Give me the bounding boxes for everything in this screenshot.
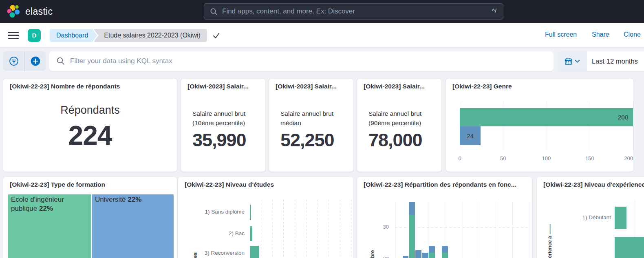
y-axis-title: érience à —— (547, 224, 553, 258)
gridline (317, 200, 318, 258)
menu-button[interactable] (8, 30, 20, 41)
add-filter-button[interactable] (24, 51, 46, 71)
panel-niveau-etudes: [Okiwi-22-23] Niveau d'études 1) Sans di… (178, 177, 353, 258)
elastic-logo[interactable]: elastic (7, 4, 53, 19)
gridline (306, 200, 307, 258)
filter-icon (9, 56, 19, 66)
treemap-label: Ecole d'ingénieur publique 22% (8, 194, 91, 214)
panel-title[interactable]: [Okiwi-2023] Salair... (364, 82, 436, 90)
action-share[interactable]: Share (592, 31, 609, 38)
repartition-bar-chart: 3020bre (357, 177, 532, 258)
gridline (496, 201, 496, 258)
bar[interactable] (250, 205, 251, 220)
category-label: 2) Bac (178, 230, 245, 236)
panel-repartition-repondants: [Okiwi-22-23] Répartition des répondants… (357, 177, 532, 258)
gridline (272, 200, 273, 258)
bar-segment[interactable] (422, 253, 428, 258)
metric-label: Salaire annuel brut (90ème percentile) (368, 109, 422, 128)
metric: Salaire annuel brut (10ème percentile) 3… (192, 109, 246, 151)
genre-bar-chart: 05010015020020024 (446, 79, 633, 172)
etudes-bar-chart: 1) Sans diplôme2) Bac3) Reconversiones (178, 177, 353, 258)
gridline (351, 200, 351, 258)
gridline (633, 102, 633, 151)
panel-niveau-experience: [Okiwi-22-23] Niveau d'expérience 1) Déb… (537, 177, 644, 258)
metric-value: 78,000 (368, 130, 422, 151)
filter-button-group (3, 51, 46, 71)
date-picker-toggle[interactable] (558, 51, 587, 71)
treemap-cell[interactable]: Ecole d'ingénieur publique 22% (8, 194, 91, 258)
bar-segment[interactable] (409, 215, 415, 258)
metric: Répondants 224 (3, 104, 177, 151)
bar-segment[interactable] (429, 253, 435, 258)
y-tick-label: 20 (375, 256, 389, 258)
chevron-down-icon (575, 60, 580, 63)
gridline (261, 200, 261, 258)
time-range-label[interactable]: Last 12 months (587, 51, 638, 71)
x-tick-label: 150 (581, 155, 599, 161)
panel-genre: [Okiwi-22-23] Genre 05010015020020024 (446, 79, 633, 172)
panel-title[interactable]: [Okiwi-2023] Salair... (187, 82, 260, 90)
global-search-input[interactable] (222, 4, 475, 19)
date-picker[interactable]: Last 12 months (558, 51, 644, 71)
screen: elastic ^/ D Dashboard Etude salaires 20… (0, 0, 644, 258)
calendar-icon (565, 57, 572, 65)
x-tick-label: 100 (538, 155, 556, 161)
bar[interactable] (615, 237, 644, 258)
bar-segment[interactable] (403, 256, 408, 258)
brand-text: elastic (25, 6, 53, 17)
metric-value: 35,990 (192, 130, 246, 151)
metric-label: Salaire annuel brut médian (280, 109, 334, 128)
treemap-label: Université 22% (92, 194, 174, 205)
panel-type-de-formation: [Okiwi-22-23] Type de formation Ecole d'… (3, 177, 177, 258)
category-label: 1) Sans diplôme (178, 209, 245, 215)
bar[interactable]: 200 (460, 108, 633, 126)
metric-label: Salaire annuel brut (10ème percentile) (192, 109, 246, 128)
bar-segment[interactable] (409, 202, 415, 215)
search-shortcut-hint: ^/ (492, 7, 496, 14)
breadcrumb-item-dashboard[interactable]: Dashboard (50, 29, 97, 42)
formation-treemap: Ecole d'ingénieur publique 22%Université… (3, 177, 177, 258)
metric-value: 224 (3, 120, 177, 151)
global-search: ^/ (204, 3, 503, 20)
panel-salaire-90e-percentile: [Okiwi-2023] Salair... Salaire annuel br… (357, 79, 441, 172)
y-axis-title: bre (370, 250, 375, 258)
gridline (512, 201, 513, 258)
bar[interactable] (250, 246, 259, 258)
panel-salaire-median: [Okiwi-2023] Salair... Salaire annuel br… (269, 79, 353, 172)
panel-title[interactable]: [Okiwi-2023] Salair... (276, 82, 348, 90)
saved-check-icon[interactable] (213, 33, 220, 39)
search-icon (210, 8, 218, 15)
breadcrumb-item-current[interactable]: Etude salaires 2022-2023 (Okiwi) (93, 29, 207, 42)
filter-menu-button[interactable] (3, 51, 24, 71)
kql-filter (49, 51, 554, 71)
bar-segment[interactable] (442, 253, 448, 258)
treemap-cell[interactable]: Université 22% (92, 194, 174, 258)
category-label: 3) Reconversion (178, 250, 245, 256)
elastic-logo-icon (7, 4, 21, 19)
gridline (283, 200, 284, 258)
kql-input[interactable] (70, 51, 543, 71)
action-full-screen[interactable]: Full screen (545, 31, 577, 38)
bar-segment[interactable] (429, 246, 435, 253)
x-tick-label: 0 (451, 155, 469, 161)
bar-segment[interactable] (442, 246, 448, 253)
gridline (395, 201, 396, 258)
bar-value-label: 200 (618, 108, 628, 126)
global-header: elastic ^/ (0, 0, 644, 23)
panel-title[interactable]: [Okiwi-22-23] Nombre de répondants (10, 82, 171, 90)
panel-nombre-repondants: [Okiwi-22-23] Nombre de répondants Répon… (3, 79, 177, 172)
bar-value-label: 24 (460, 126, 481, 145)
action-clone[interactable]: Clone (624, 31, 641, 38)
y-axis-title: es (192, 252, 198, 258)
plus-in-circle-icon (30, 56, 41, 66)
bar[interactable] (615, 207, 626, 229)
bar[interactable] (250, 226, 252, 241)
metric-label: Répondants (3, 104, 177, 117)
panel-salaire-10e-percentile: [Okiwi-2023] Salair... Salaire annuel br… (181, 79, 265, 172)
metric-value: 52,250 (280, 130, 334, 151)
bar-segment[interactable] (415, 250, 421, 258)
bar[interactable]: 24 (460, 126, 481, 145)
space-badge[interactable]: D (28, 29, 41, 42)
hamburger-icon (8, 32, 19, 33)
gridline (329, 200, 329, 258)
